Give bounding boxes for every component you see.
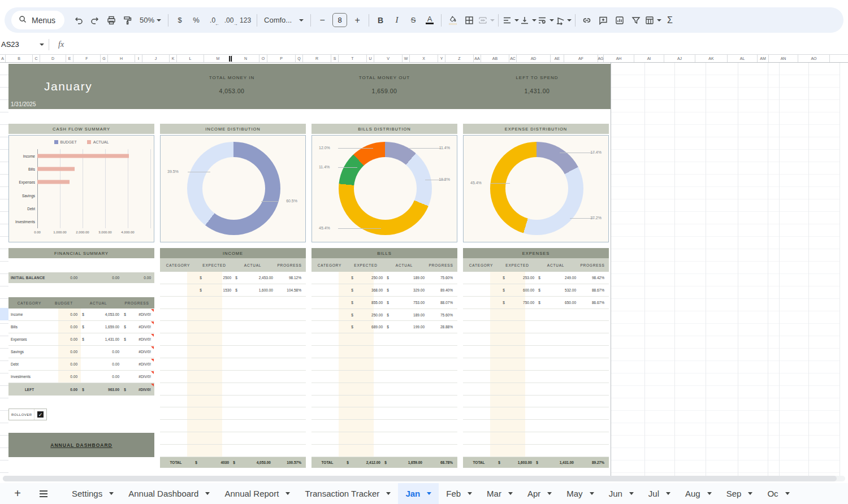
actual-cell[interactable] [544, 420, 576, 432]
add-sheet-button[interactable]: + [9, 485, 26, 502]
expected-cell[interactable] [357, 445, 383, 457]
progress-cell[interactable] [425, 383, 457, 395]
category-cell[interactable] [160, 309, 196, 321]
category-cell[interactable] [463, 383, 499, 395]
rollover-checkbox[interactable]: ✓ [37, 411, 44, 418]
progress-cell[interactable] [425, 407, 457, 419]
progress-cell[interactable] [576, 407, 609, 419]
total-expected[interactable]: 1,603.00 [504, 460, 532, 464]
strikethrough-button[interactable]: S [405, 12, 421, 28]
table-row-empty[interactable] [463, 358, 609, 371]
chevron-down-icon[interactable] [748, 492, 752, 495]
actual-cell[interactable] [544, 407, 576, 419]
table-row-empty[interactable] [160, 371, 306, 383]
progress-cell[interactable] [273, 333, 306, 345]
currency-cell[interactable] [231, 333, 241, 345]
category-cell[interactable] [463, 284, 499, 296]
table-row-empty[interactable] [160, 346, 306, 358]
chevron-down-icon[interactable] [427, 492, 431, 495]
expected-cell[interactable] [205, 445, 231, 457]
italic-button[interactable]: I [389, 12, 405, 28]
expected-cell[interactable] [357, 383, 383, 395]
actual-cell[interactable] [241, 358, 273, 370]
progress-cell[interactable] [425, 371, 457, 383]
actual-cell[interactable]: 1,659.00 [89, 321, 119, 333]
category-cell[interactable] [463, 321, 499, 333]
expected-cell[interactable] [357, 371, 383, 383]
column-header-K[interactable]: K [170, 55, 177, 62]
progress-cell[interactable] [425, 432, 457, 444]
currency-cell[interactable]: $ [534, 297, 544, 309]
currency-cell[interactable] [77, 358, 89, 370]
cash-flow-bar-chart[interactable]: BUDGETACTUALIncomeBillsExpensesSavingsDe… [8, 135, 154, 242]
column-header-W[interactable]: W [403, 55, 410, 62]
progress-cell[interactable] [576, 396, 609, 407]
table-row[interactable]: $600.00$532.0088.67% [463, 284, 609, 297]
format-currency-button[interactable]: $ [172, 12, 188, 28]
actual-cell[interactable] [241, 346, 273, 358]
table-row-empty[interactable] [463, 420, 609, 432]
expense-donut-chart[interactable]: 17.4%37.2%45.4% [463, 135, 609, 242]
chevron-down-icon[interactable] [468, 492, 472, 495]
expected-cell[interactable] [205, 321, 231, 333]
table-row[interactable]: $750.00$650.0086.67% [463, 297, 609, 309]
actual-cell[interactable] [393, 445, 425, 457]
column-header-H[interactable]: H [108, 55, 135, 62]
total-label[interactable]: TOTAL [463, 460, 495, 464]
currency-cell[interactable] [534, 396, 544, 407]
currency-cell[interactable] [231, 358, 241, 370]
sheet-tab-settings[interactable]: Settings [64, 483, 121, 504]
actual-cell[interactable] [393, 407, 425, 419]
currency-cell[interactable] [534, 445, 544, 457]
category-cell[interactable] [160, 420, 196, 432]
currency-cell[interactable]: $ [532, 460, 542, 464]
progress-cell[interactable]: #DIV/0! [131, 346, 154, 358]
expected-cell[interactable] [508, 420, 534, 432]
category-cell[interactable] [160, 297, 196, 309]
total-progress[interactable]: 89.27% [574, 460, 609, 464]
table-row-empty[interactable] [160, 445, 306, 457]
horizontal-scrollbar[interactable] [3, 476, 845, 481]
actual-cell[interactable] [544, 358, 576, 370]
currency-cell[interactable]: $ [499, 297, 508, 309]
sheet-tab-sep[interactable]: Sep [719, 483, 760, 504]
progress-cell[interactable]: #DIV/0! [131, 388, 154, 392]
currency-cell[interactable]: $ [77, 333, 89, 345]
currency-cell[interactable] [196, 396, 205, 407]
actual-cell[interactable] [393, 383, 425, 395]
category-cell[interactable]: Income [8, 309, 50, 320]
currency-cell[interactable] [383, 445, 393, 457]
expected-cell[interactable] [357, 358, 383, 370]
currency-cell[interactable]: $ [119, 321, 131, 333]
currency-cell[interactable] [196, 371, 205, 383]
functions-button[interactable]: Σ [662, 12, 678, 28]
increase-decimal-button[interactable]: .00→ [221, 12, 237, 28]
total-actual[interactable]: 1,659.00 [391, 460, 422, 464]
progress-cell[interactable]: 98.42% [576, 272, 609, 284]
text-rotation-button[interactable] [555, 12, 572, 28]
currency-cell[interactable]: $ [348, 272, 357, 284]
progress-cell[interactable] [273, 445, 306, 457]
actual-cell[interactable] [241, 371, 273, 383]
currency-cell[interactable]: $ [383, 284, 393, 296]
table-row-empty[interactable] [160, 396, 306, 408]
category-cell[interactable] [463, 358, 499, 370]
currency-cell[interactable] [348, 407, 357, 419]
progress-cell[interactable] [273, 358, 306, 370]
total-label[interactable]: TOTAL [311, 460, 343, 464]
progress-cell[interactable]: #DIV/0! [131, 321, 154, 333]
table-row-empty[interactable] [160, 309, 306, 321]
currency-cell[interactable] [499, 420, 508, 432]
more-formats-button[interactable]: 123 [237, 12, 253, 28]
category-cell[interactable]: Expenses [8, 333, 50, 345]
currency-cell[interactable] [231, 383, 241, 395]
category-cell[interactable] [463, 432, 499, 444]
expected-cell[interactable] [508, 432, 534, 444]
currency-cell[interactable] [534, 383, 544, 395]
expected-cell[interactable] [205, 383, 231, 395]
budget-cell[interactable]: 0.00 [50, 346, 77, 358]
currency-cell[interactable] [534, 309, 544, 321]
column-header-O[interactable]: O [259, 55, 267, 62]
table-row-empty[interactable] [160, 358, 306, 371]
table-row-empty[interactable] [311, 407, 457, 420]
